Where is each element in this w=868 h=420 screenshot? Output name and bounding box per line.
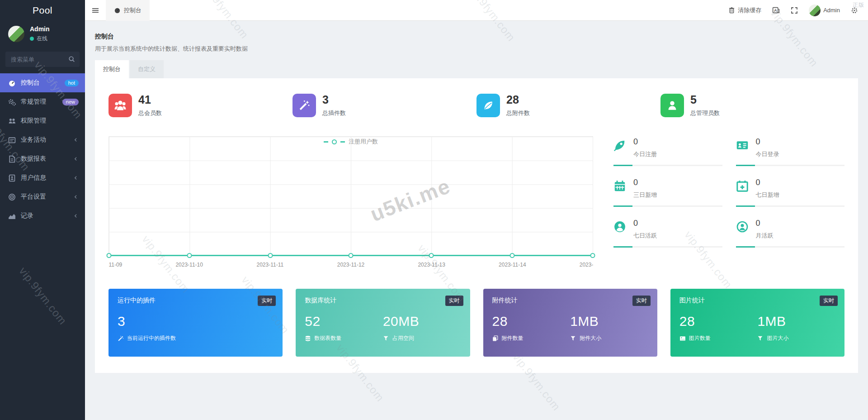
tab-custom[interactable]: 自定义 bbox=[130, 60, 164, 78]
user-status: 在线 bbox=[37, 35, 47, 43]
sidebar-item-label: 业务活动 bbox=[21, 136, 46, 144]
area-chart-icon bbox=[8, 212, 16, 220]
stat-value: 28 bbox=[506, 94, 530, 106]
realtime-badge: 实时 bbox=[820, 296, 838, 306]
sidebar: Pool Admin 在线 控制台 hot 常规管理 new bbox=[0, 0, 85, 420]
legend-marker-icon bbox=[332, 139, 337, 144]
x-axis-tick: 2023-11-15 bbox=[580, 262, 593, 268]
bullseye-icon bbox=[8, 193, 16, 201]
chart-x-axis: 2023-11-092023-11-102023-11-112023-11-12… bbox=[108, 260, 593, 271]
stat-total-plugins: 3 总插件数 bbox=[292, 94, 476, 117]
chevron-left-icon bbox=[73, 175, 79, 181]
data-point-marker[interactable] bbox=[107, 253, 112, 258]
stat-label: 总管理员数 bbox=[690, 109, 720, 117]
sidebar-item-permissions[interactable]: 权限管理 bbox=[0, 111, 85, 130]
language-icon bbox=[772, 6, 780, 14]
sidebar-item-label: 平台设置 bbox=[21, 193, 46, 201]
sidebar-item-reports[interactable]: 数据报表 bbox=[0, 149, 85, 168]
user-circle-icon bbox=[613, 220, 627, 234]
x-axis-tick: 2023-11-09 bbox=[108, 262, 122, 268]
data-point-marker[interactable] bbox=[429, 253, 434, 258]
list-panel-icon bbox=[8, 136, 16, 144]
sidebar-item-business[interactable]: 业务活动 bbox=[0, 130, 85, 149]
topbar: 控制台 清除缓存 Admin bbox=[85, 0, 868, 21]
calendar-icon bbox=[613, 180, 627, 193]
sidebar-toggle-button[interactable] bbox=[85, 0, 106, 21]
data-point-marker[interactable] bbox=[590, 253, 595, 258]
realtime-badge: 实时 bbox=[445, 296, 463, 306]
content-tabs: 控制台 自定义 bbox=[95, 60, 858, 78]
x-axis-tick: 2023-11-12 bbox=[337, 262, 365, 268]
cog-icon bbox=[851, 7, 858, 14]
calendar-plus-icon bbox=[736, 180, 750, 193]
copy-icon bbox=[492, 335, 499, 342]
mini-stat-today-login: 0今日登录 bbox=[736, 136, 845, 166]
mini-stat-today-register: 0今日注册 bbox=[613, 136, 722, 166]
data-point-marker[interactable] bbox=[187, 253, 192, 258]
page-title: 控制台 bbox=[95, 33, 858, 41]
gears-icon bbox=[8, 98, 16, 106]
language-button[interactable] bbox=[772, 6, 780, 14]
sidebar-item-general[interactable]: 常规管理 new bbox=[0, 92, 85, 111]
card-title: 运行中的插件 bbox=[118, 296, 274, 305]
funnel-icon bbox=[383, 335, 389, 342]
settings-button[interactable] bbox=[851, 7, 858, 14]
realtime-cards-row: 运行中的插件 实时 3 当前运行中的插件数 数据库统计 实时 52 bbox=[108, 289, 844, 357]
users-group-icon bbox=[108, 94, 132, 117]
tachometer-icon bbox=[114, 7, 121, 14]
user-menu[interactable]: Admin bbox=[809, 5, 840, 16]
sidebar-item-label: 权限管理 bbox=[21, 117, 46, 125]
sidebar-user-panel: Admin 在线 bbox=[0, 21, 85, 49]
data-point-marker[interactable] bbox=[509, 253, 514, 258]
sidebar-item-label: 数据报表 bbox=[21, 155, 46, 163]
card-attachment-stats[interactable]: 附件统计 实时 28 附件数量 1MB 附件大小 bbox=[483, 289, 657, 357]
chart-legend[interactable]: 注册用户数 bbox=[324, 138, 378, 146]
mini-stat-7day-active: 0七日活跃 bbox=[613, 218, 722, 248]
trash-icon bbox=[728, 7, 735, 14]
hot-badge: hot bbox=[65, 80, 79, 86]
data-point-marker[interactable] bbox=[349, 253, 354, 258]
brand-title: Pool bbox=[0, 0, 85, 21]
clear-cache-button[interactable]: 清除缓存 bbox=[728, 6, 761, 14]
tachometer-icon bbox=[8, 79, 16, 87]
sidebar-item-userinfo[interactable]: 用户信息 bbox=[0, 168, 85, 187]
tab-dashboard[interactable]: 控制台 bbox=[95, 60, 129, 78]
topbar-username: Admin bbox=[823, 7, 840, 14]
card-image-stats[interactable]: 图片统计 实时 28 图片数量 1MB 图片大小 bbox=[670, 289, 844, 357]
card-database-stats[interactable]: 数据库统计 实时 52 数据表数量 20MB 占用空间 bbox=[296, 289, 470, 357]
sidebar-item-label: 常规管理 bbox=[21, 98, 46, 106]
registered-users-chart[interactable]: 注册用户数 2023-11-092023-11-102023-11-112023… bbox=[108, 136, 593, 271]
stat-value: 41 bbox=[138, 94, 162, 106]
summary-stats-row: 41 总会员数 3 总插件数 28 总附件数 bbox=[108, 94, 844, 117]
mini-stat-3day-new: 0三日新增 bbox=[613, 177, 722, 207]
data-point-marker[interactable] bbox=[268, 253, 273, 258]
card-title: 图片统计 bbox=[679, 296, 835, 305]
mini-stats-grid: 0今日注册 0今日登录 0三日新增 bbox=[613, 136, 844, 271]
stat-total-attachments: 28 总附件数 bbox=[476, 94, 660, 117]
sidebar-item-dashboard[interactable]: 控制台 hot bbox=[0, 73, 85, 92]
leaf-icon bbox=[476, 94, 500, 117]
file-report-icon bbox=[8, 155, 16, 163]
stat-label: 总插件数 bbox=[322, 109, 346, 117]
chart-plot-area: 注册用户数 bbox=[108, 136, 593, 256]
page-content: 控制台 用于展示当前系统中的统计数据、统计报表及重要实时数据 控制台 自定义 4… bbox=[85, 21, 868, 420]
address-book-icon bbox=[8, 174, 16, 182]
card-running-plugins[interactable]: 运行中的插件 实时 3 当前运行中的插件数 bbox=[108, 289, 283, 357]
sidebar-item-platform-settings[interactable]: 平台设置 bbox=[0, 187, 85, 206]
user-circle-outline-icon bbox=[736, 220, 750, 234]
topbar-tab-dashboard[interactable]: 控制台 bbox=[106, 0, 150, 21]
stat-total-members: 41 总会员数 bbox=[108, 94, 292, 117]
fullscreen-button[interactable] bbox=[791, 7, 798, 14]
mini-stat-month-active: 0月活跃 bbox=[736, 218, 845, 248]
realtime-badge: 实时 bbox=[632, 296, 651, 306]
sidebar-item-records[interactable]: 记录 bbox=[0, 206, 85, 225]
x-axis-tick: 2023-11-10 bbox=[175, 262, 203, 268]
topbar-tab-label: 控制台 bbox=[124, 6, 142, 14]
hamburger-icon bbox=[92, 7, 99, 14]
legend-label: 注册用户数 bbox=[349, 138, 378, 146]
stat-value: 5 bbox=[690, 94, 720, 106]
user-avatar[interactable] bbox=[8, 26, 24, 42]
search-icon bbox=[68, 56, 75, 62]
card-title: 数据库统计 bbox=[305, 296, 461, 305]
sidebar-menu: 控制台 hot 常规管理 new 权限管理 业务活动 数据报表 bbox=[0, 73, 85, 225]
